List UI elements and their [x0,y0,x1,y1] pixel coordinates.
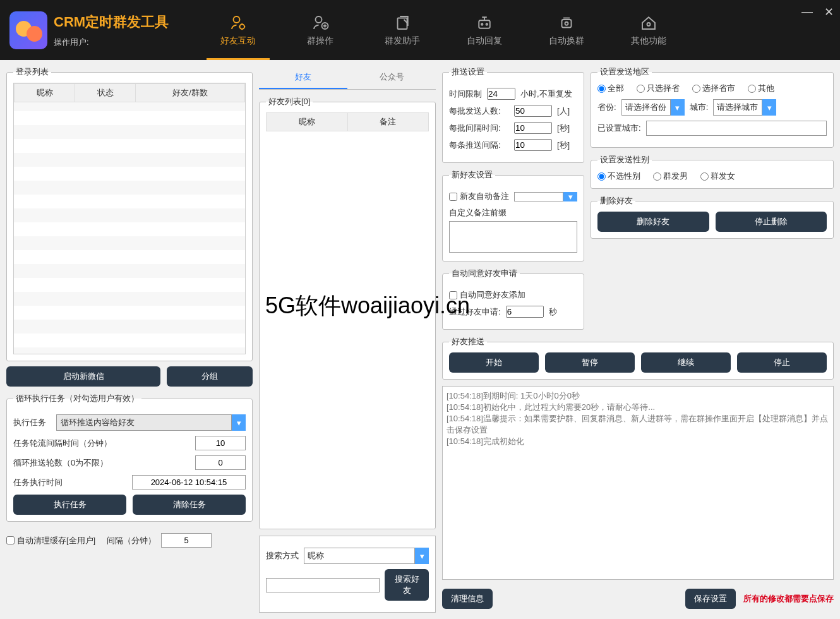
delete-legend: 删除好友 [597,195,635,207]
start-wechat-button[interactable]: 启动新微信 [6,366,160,387]
push-start-button[interactable]: 开始 [449,352,539,373]
login-list-legend: 登录列表 [13,66,51,78]
loop-task-legend: 循环执行任务（对勾选用户有效） [13,393,141,404]
auto-add-checkbox[interactable] [449,291,457,299]
app-title: CRM定时群发工具 [54,13,169,32]
tab-other[interactable]: 其他功能 [608,0,690,60]
region-opt-prov[interactable]: 只选择省 [637,83,680,94]
login-list-table[interactable]: 昵称 状态 好友/群数 [13,83,246,354]
push-stop-button[interactable]: 停止 [737,352,827,373]
province-dropdown[interactable]: ▾ [671,99,685,116]
svg-rect-4 [398,18,407,30]
time-input[interactable] [132,475,246,490]
svg-point-10 [647,23,651,26]
save-settings-button[interactable]: 保存设置 [685,589,736,609]
auto-clean-check[interactable]: 自动清理缓存[全用户] [6,535,95,546]
tab-group-ops[interactable]: 群操作 [279,0,361,60]
group-button[interactable]: 分组 [167,366,253,387]
push-pause-button[interactable]: 暂停 [545,352,635,373]
task-select-value[interactable]: 循环推送内容给好友 [56,414,232,431]
tab-mass-helper[interactable]: 群发助手 [361,0,443,60]
svg-point-7 [486,23,488,25]
subtab-public[interactable]: 公众号 [347,66,436,89]
auto-clean-checkbox[interactable] [6,536,15,544]
interval-input[interactable] [195,436,246,450]
fcol-remark: 备注 [347,113,429,131]
batch-input[interactable] [514,105,552,117]
log-output[interactable]: [10:54:18]到期时间: 1天0小时0分0秒 [10:54:18]初始化中… [442,386,834,580]
svg-point-9 [565,22,568,25]
gender-female[interactable]: 群发女 [700,171,735,182]
remark-select[interactable] [514,192,563,201]
app-header: CRM定时群发工具 操作用户: 好友互动 群操作 群发助手 自动回复 自动换群 … [0,0,840,60]
auto-remark-checkbox[interactable] [449,193,457,201]
custom-prefix-input[interactable] [449,221,577,253]
friend-push-box: 好友推送 开始 暂停 继续 停止 [442,336,834,380]
nav-label: 自动回复 [467,35,502,47]
auto-add-check[interactable]: 自动同意好友添加 [449,289,525,301]
batch-unit: [人] [557,105,570,117]
tab-auto-reply[interactable]: 自动回复 [443,0,525,60]
exec-task-button[interactable]: 执行任务 [13,495,126,515]
close-icon[interactable]: ✕ [824,5,834,19]
auto-clean-label: 自动清理缓存[全用户] [17,535,95,546]
friend-list-body[interactable] [266,131,429,522]
search-method-value[interactable]: 昵称 [304,548,415,564]
svg-rect-5 [479,20,490,28]
col-count: 好友/群数 [136,84,245,102]
app-logo-icon [9,11,47,49]
delete-friend-button[interactable]: 删除好友 [597,212,709,232]
search-method-dropdown[interactable]: ▾ [415,548,429,564]
window-controls: — ✕ [801,5,834,19]
friend-list-legend: 好友列表[0] [266,96,313,107]
set-city-label: 已设置城市: [597,123,641,134]
custom-prefix-label: 自定义备注前缀 [449,207,577,219]
city-dropdown[interactable]: ▾ [762,99,776,116]
clear-info-button[interactable]: 清理信息 [442,589,493,609]
item-interval-input[interactable] [514,139,552,151]
auto-approve-legend: 自动同意好友申请 [449,268,520,279]
app-subtitle: 操作用户: [54,37,169,48]
svg-point-2 [316,16,322,23]
region-opt-all[interactable]: 全部 [597,83,624,94]
minimize-icon[interactable]: — [801,5,813,19]
pass-unit: 秒 [549,306,557,318]
rounds-input[interactable] [195,455,246,470]
auto-clean-interval-label: 间隔（分钟） [107,535,156,546]
pass-input[interactable] [506,306,544,318]
tab-auto-switch[interactable]: 自动换群 [525,0,608,60]
region-legend: 设置发送地区 [597,66,652,78]
region-box: 设置发送地区 全部 只选择省 选择省市 其他 省份: 请选择省份 ▾ 城市: [591,66,834,148]
remark-dropdown[interactable]: ▾ [563,192,577,201]
batch-interval-input[interactable] [514,122,552,134]
region-opt-other[interactable]: 其他 [748,83,774,94]
set-city-box[interactable] [646,121,827,136]
time-limit-input[interactable] [487,88,515,100]
nav-label: 群操作 [307,35,333,47]
col-status: 状态 [75,84,136,102]
city-select[interactable]: 请选择城市 [713,99,762,116]
gender-none[interactable]: 不选性别 [597,171,640,182]
gender-male[interactable]: 群发男 [653,171,688,182]
clear-task-button[interactable]: 清除任务 [133,495,246,515]
interval-label: 任务轮流间隔时间（分钟） [13,438,112,449]
batch-interval-unit: [秒] [557,123,570,134]
region-opt-city[interactable]: 选择省市 [692,83,735,94]
push-resume-button[interactable]: 继续 [641,352,731,373]
nav-label: 自动换群 [549,35,584,47]
subtab-friend[interactable]: 好友 [259,66,347,89]
copy-edit-icon [393,13,412,32]
auto-remark-check[interactable]: 新友自动备注 [449,191,509,202]
gender-box: 设置发送性别 不选性别 群发男 群发女 [591,154,834,189]
search-friend-button[interactable]: 搜索好友 [385,569,429,601]
person-plus-icon [311,13,330,32]
search-input[interactable] [266,578,380,592]
auto-clean-interval-input[interactable] [161,533,212,548]
stop-delete-button[interactable]: 停止删除 [716,212,827,232]
task-select-dropdown[interactable]: ▾ [232,414,246,431]
task-label: 执行任务 [13,417,51,428]
province-select[interactable]: 请选择省份 [621,99,671,116]
tab-friend-interact[interactable]: 好友互动 [197,0,279,60]
auto-approve-box: 自动同意好友申请 自动同意好友添加 通过好友申请: 秒 [442,268,584,330]
person-gear-icon [229,13,248,32]
